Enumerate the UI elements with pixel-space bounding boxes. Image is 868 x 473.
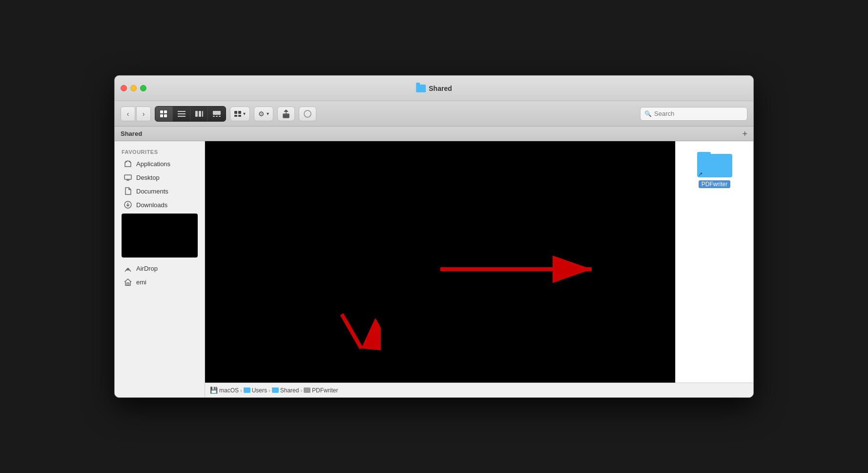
svg-rect-35 <box>697 152 711 156</box>
red-arrow-down <box>332 309 381 373</box>
path-item-shared[interactable]: Shared <box>272 387 299 394</box>
window-title-label: Shared <box>429 85 452 92</box>
finder-window: Shared ‹ › <box>114 75 754 398</box>
svg-rect-13 <box>219 116 221 117</box>
chevron-down-icon: ▾ <box>243 111 246 116</box>
preview-area <box>205 141 675 383</box>
svg-rect-15 <box>238 111 241 114</box>
tag-button[interactable] <box>299 107 316 121</box>
back-button[interactable]: ‹ <box>121 107 135 121</box>
svg-rect-5 <box>178 113 186 114</box>
search-input[interactable] <box>654 110 743 117</box>
macos-label: macOS <box>219 387 239 394</box>
emi-label: emi <box>136 279 146 286</box>
toolbar: ‹ › <box>115 101 753 127</box>
svg-rect-14 <box>234 111 237 114</box>
content-area: ↗ PDFwriter 💾 macOS › Users <box>205 141 753 397</box>
pdfwriter-path-label: PDFwriter <box>312 387 338 394</box>
desktop-label: Desktop <box>136 174 160 181</box>
gallery-view-button[interactable] <box>208 107 226 121</box>
svg-rect-6 <box>178 116 186 117</box>
documents-icon <box>124 187 132 195</box>
add-tab-button[interactable]: + <box>742 129 747 138</box>
pdfwriter-folder-icon <box>304 387 310 393</box>
gear-icon: ⚙ <box>258 110 265 118</box>
icon-view-button[interactable] <box>155 107 173 121</box>
shared-folder-icon <box>272 387 279 393</box>
svg-line-33 <box>356 309 361 312</box>
sidebar-item-applications[interactable]: Applications <box>117 157 203 171</box>
airdrop-label: AirDrop <box>136 265 158 272</box>
current-folder-title: Shared <box>121 130 142 137</box>
macos-icon: 💾 <box>210 387 218 394</box>
svg-rect-23 <box>124 175 131 179</box>
traffic-lights <box>121 85 146 91</box>
sidebar-item-emi[interactable]: emi <box>117 275 203 289</box>
minimize-button[interactable] <box>130 85 137 91</box>
users-label: Users <box>252 387 267 394</box>
svg-rect-1 <box>164 110 167 113</box>
sidebar-item-downloads[interactable]: Downloads <box>117 198 203 212</box>
svg-rect-17 <box>238 115 241 117</box>
title-folder-icon <box>416 85 426 92</box>
action-button[interactable]: ⚙ ▾ <box>254 107 273 121</box>
path-bar: 💾 macOS › Users › Shared › PDFwriter <box>205 383 753 397</box>
main-content: Favourites Applications <box>115 141 753 397</box>
share-button[interactable] <box>277 107 295 121</box>
svg-rect-2 <box>160 114 163 117</box>
svg-rect-12 <box>216 116 218 117</box>
path-sep-2: › <box>269 387 270 393</box>
sidebar-item-desktop[interactable]: Desktop <box>117 171 203 184</box>
action-chevron-icon: ▾ <box>267 111 269 116</box>
path-sep-1: › <box>240 387 242 393</box>
downloads-label: Downloads <box>136 201 167 209</box>
svg-rect-3 <box>164 114 167 117</box>
tab-bar: Shared + <box>115 127 753 141</box>
applications-label: Applications <box>136 160 170 168</box>
documents-label: Documents <box>136 188 168 195</box>
maximize-button[interactable] <box>140 85 146 91</box>
sidebar: Favourites Applications <box>115 141 205 397</box>
forward-button[interactable]: › <box>136 107 151 121</box>
file-view: ↗ PDFwriter <box>205 141 753 383</box>
icons-area: ↗ PDFwriter <box>675 141 753 383</box>
close-button[interactable] <box>121 85 127 91</box>
users-folder-icon <box>244 387 250 393</box>
favourites-header: Favourites <box>115 146 205 157</box>
path-item-pdfwriter[interactable]: PDFwriter <box>304 387 338 394</box>
group-by-button[interactable]: ▾ <box>230 107 250 121</box>
svg-rect-16 <box>234 115 237 117</box>
downloads-icon <box>124 200 132 209</box>
search-bar[interactable]: 🔍 <box>640 107 747 121</box>
airdrop-icon <box>124 264 132 273</box>
pdfwriter-label: PDFwriter <box>699 180 730 188</box>
svg-rect-10 <box>213 111 221 115</box>
title-bar: Shared <box>115 76 753 101</box>
path-item-macos[interactable]: 💾 macOS <box>210 387 239 394</box>
svg-rect-7 <box>195 111 198 117</box>
desktop-icon <box>124 173 132 182</box>
search-icon: 🔍 <box>644 110 652 117</box>
sidebar-thumbnail <box>122 214 198 258</box>
view-buttons <box>155 106 226 122</box>
red-arrow-right <box>440 250 611 289</box>
svg-rect-29 <box>127 283 129 285</box>
svg-rect-4 <box>178 111 186 112</box>
svg-rect-0 <box>160 110 163 113</box>
home-icon <box>124 278 132 286</box>
column-view-button[interactable] <box>190 107 208 121</box>
shared-label: Shared <box>280 387 299 394</box>
pdfwriter-folder[interactable]: ↗ PDFwriter <box>694 146 735 191</box>
window-title: Shared <box>416 85 452 92</box>
svg-rect-8 <box>199 111 201 117</box>
list-view-button[interactable] <box>173 107 190 121</box>
path-sep-3: › <box>300 387 302 393</box>
path-item-users[interactable]: Users <box>244 387 267 394</box>
alias-arrow-icon: ↗ <box>698 171 703 177</box>
svg-rect-9 <box>202 111 203 117</box>
sidebar-item-airdrop[interactable]: AirDrop <box>117 261 203 275</box>
nav-buttons: ‹ › <box>121 107 151 121</box>
svg-point-20 <box>304 110 311 117</box>
applications-icon <box>124 159 132 168</box>
sidebar-item-documents[interactable]: Documents <box>117 184 203 198</box>
